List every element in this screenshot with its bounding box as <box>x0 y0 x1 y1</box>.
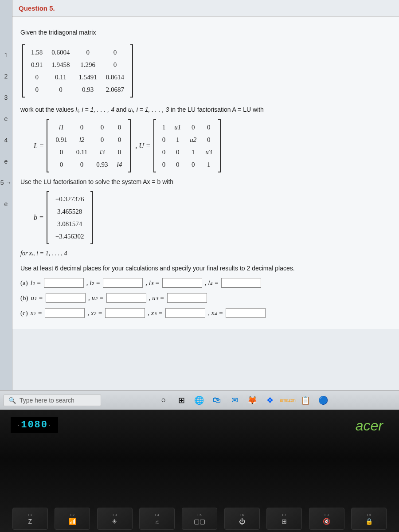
input-u2[interactable] <box>106 293 146 303</box>
firefox-icon[interactable]: 🦊 <box>246 395 258 406</box>
input-l4[interactable] <box>221 278 261 288</box>
solve-text: Use the LU factorisation to solve the sy… <box>20 177 391 187</box>
search-icon: 🔍 <box>8 397 16 404</box>
windows-taskbar: 🔍 Type here to search ○ ⊞ 🌐 🛍 ✉ 🦊 ❖ amaz… <box>0 390 399 410</box>
answer-row-b: (b) u₁ = , u₂ = , u₃ = <box>20 293 391 303</box>
key-f2[interactable]: F2📶 <box>55 508 90 530</box>
for-x-text: for xᵢ, i = 1, . . . , 4 <box>20 249 391 258</box>
edge-icon[interactable]: 🌐 <box>193 395 205 406</box>
question-nav-sidebar: 1 2 3 e 4 e 5 → e <box>0 0 12 390</box>
nav-item[interactable]: 1 <box>4 49 8 61</box>
matrix-L: l1000 0.91l200 00.11l30 000.93l4 <box>47 119 131 172</box>
key-f8[interactable]: F8🔇 <box>309 508 344 530</box>
answer-row-c: (c) x₁ = , x₂ = , x₃ = , x₄ = <box>20 308 391 318</box>
input-u1[interactable] <box>46 293 86 303</box>
screen-content: 1 2 3 e 4 e 5 → e Question 5. Given the … <box>0 0 399 390</box>
input-x1[interactable] <box>45 308 85 318</box>
input-u3[interactable] <box>167 293 207 303</box>
office-icon[interactable]: 📋 <box>300 395 311 406</box>
laptop-bezel: ·1080· acer F1Z F2📶 F3☀ F4☼ F5▢▢ F6⏻ F7⊞… <box>0 410 399 532</box>
matrix-A: 1.580.600400 0.911.94581.2960 00.111.549… <box>22 44 133 98</box>
input-x3[interactable] <box>165 308 205 318</box>
store-icon[interactable]: 🛍 <box>211 395 223 406</box>
key-f6[interactable]: F6⏻ <box>224 508 260 530</box>
input-l1[interactable] <box>44 278 84 288</box>
brand-logo: acer <box>356 418 383 434</box>
L-label: L = <box>34 140 44 152</box>
nav-item[interactable]: 5 → <box>0 176 12 189</box>
model-badge: ·1080· <box>11 417 58 433</box>
taskbar-icons: ○ ⊞ 🌐 🛍 ✉ 🦊 ❖ amazon 📋 🔵 <box>158 395 329 406</box>
dropbox-icon[interactable]: ❖ <box>264 395 276 406</box>
lu-matrices: L = l1000 0.91l200 00.11l30 000.93l4 , U… <box>34 119 391 172</box>
b-label: b = <box>34 212 44 223</box>
nav-item[interactable]: 2 <box>4 70 8 82</box>
intro-text: Given the tridiagonal matrix <box>20 27 391 37</box>
input-l2[interactable] <box>103 278 143 288</box>
amazon-icon[interactable]: amazon <box>282 395 293 406</box>
taskbar-search[interactable]: 🔍 Type here to search <box>4 395 101 406</box>
nav-item[interactable]: e <box>4 198 8 210</box>
precision-text: Use at least 6 decimal places for your c… <box>20 263 391 273</box>
nav-item[interactable]: 3 <box>4 91 8 104</box>
question-body: Given the tridiagonal matrix 1.580.60040… <box>12 17 399 329</box>
question-panel: Question 5. Given the tridiagonal matrix… <box>12 0 399 390</box>
input-x4[interactable] <box>226 308 266 318</box>
nav-item[interactable]: e <box>4 155 8 168</box>
b-vector-row: b = −0.327376 3.465528 3.081574 −3.45630… <box>34 191 391 244</box>
question-title: Question 5. <box>12 0 399 17</box>
answer-row-a: (a) l₁ = , l₂ = , l₃ = , l₄ = <box>20 278 391 288</box>
keyboard-fkeys: F1Z F2📶 F3☀ F4☼ F5▢▢ F6⏻ F7⊞ F8🔇 F9🔒 <box>0 505 399 532</box>
matrix-U: 1u100 01u20 001u3 0001 <box>153 119 221 172</box>
part-b-prefix: (b) <box>20 293 28 303</box>
part-c-prefix: (c) <box>20 308 28 318</box>
task-view-icon[interactable]: ⊞ <box>176 395 187 406</box>
input-l3[interactable] <box>162 278 202 288</box>
key-f9[interactable]: F9🔒 <box>351 508 387 530</box>
workout-text: work out the values lᵢ, i = 1, . . . , 4… <box>20 105 391 114</box>
key-f5[interactable]: F5▢▢ <box>182 508 217 530</box>
vector-b: −0.327376 3.465528 3.081574 −3.456302 <box>47 191 93 244</box>
part-a-prefix: (a) <box>20 278 28 288</box>
edge-new-icon[interactable]: 🔵 <box>317 395 329 406</box>
U-label: , U = <box>135 140 150 152</box>
key-f3[interactable]: F3☀ <box>97 508 133 530</box>
mail-icon[interactable]: ✉ <box>229 395 240 406</box>
key-f1[interactable]: F1Z <box>12 508 48 530</box>
input-x2[interactable] <box>105 308 145 318</box>
cortana-icon[interactable]: ○ <box>158 395 169 406</box>
key-f4[interactable]: F4☼ <box>139 508 175 530</box>
nav-item[interactable]: e <box>4 113 8 125</box>
nav-item[interactable]: 4 <box>4 134 8 146</box>
key-f7[interactable]: F7⊞ <box>266 508 302 530</box>
search-placeholder: Type here to search <box>20 397 74 404</box>
